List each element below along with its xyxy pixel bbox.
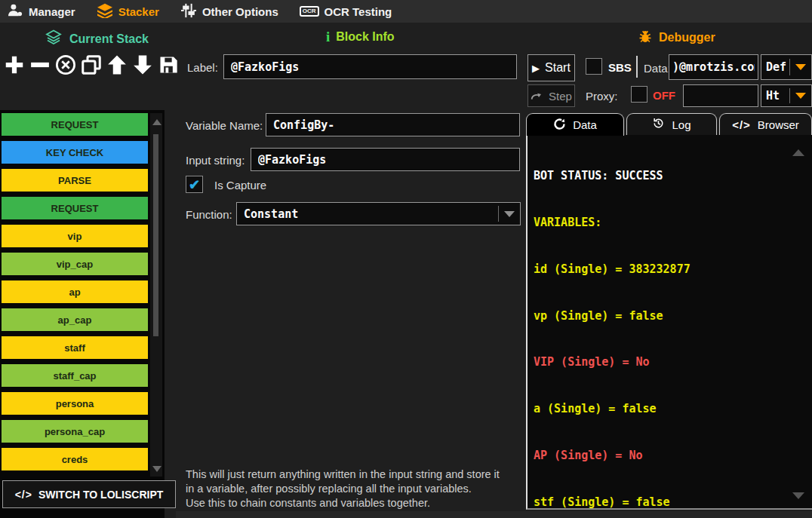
arrow-down-icon (131, 54, 154, 79)
wordlist-type-value: Def (761, 60, 789, 74)
move-up-button[interactable] (104, 51, 129, 81)
variable-name-label: Variable Name: (186, 119, 263, 132)
clear-stack-button[interactable] (53, 51, 78, 81)
data-label: Data: (644, 62, 671, 75)
sbs-label: SBS (608, 61, 632, 74)
move-down-button[interactable] (130, 51, 155, 81)
variable-name-input[interactable] (266, 113, 520, 136)
stack-block-list: REQUEST KEY CHECK PARSE REQUEST vip vip_… (0, 113, 148, 476)
menu-item-label: Stacker (118, 5, 159, 18)
stack-block[interactable]: staff (2, 336, 148, 359)
stack-panel: REQUEST KEY CHECK PARSE REQUEST vip vip_… (0, 110, 165, 518)
tab-label: Log (672, 118, 691, 131)
bug-icon (638, 29, 653, 47)
function-select-value: Constant (237, 207, 498, 221)
remove-block-button[interactable] (27, 51, 52, 81)
current-stack-title: Current Stack (69, 32, 149, 46)
copy-icon (80, 54, 103, 79)
stack-block[interactable]: REQUEST (2, 197, 148, 219)
start-button[interactable]: ▶ Start (527, 54, 575, 81)
menu-item-other-options[interactable]: Other Options (180, 3, 278, 20)
current-stack-header: Current Stack (44, 29, 149, 50)
debugger-title: Debugger (659, 31, 715, 44)
log-line: BOT STATUS: SUCCESS (534, 168, 812, 184)
stack-block[interactable]: PARSE (2, 169, 148, 192)
sbs-checkbox[interactable] (586, 58, 602, 75)
is-capture-label: Is Capture (214, 179, 266, 192)
check-icon: ✔ (189, 178, 200, 192)
scroll-up-arrow-icon[interactable] (152, 119, 161, 125)
switch-to-loliscript-button[interactable]: </> SWITCH TO LOLISCRIPT (2, 480, 176, 508)
chevron-down-icon (499, 211, 520, 217)
tab-browser[interactable]: </> Browser (719, 113, 812, 135)
tab-log[interactable]: Log (626, 113, 717, 135)
minus-icon (29, 54, 51, 79)
log-scroll-up-icon[interactable] (792, 149, 804, 156)
proxy-label: Proxy: (586, 90, 618, 103)
floppy-save-icon (158, 54, 179, 78)
stack-block[interactable]: vip_cap (2, 253, 148, 275)
debugger-header: Debugger (638, 29, 715, 47)
block-info-header: i Block Info (326, 29, 395, 45)
stack-block[interactable]: persona (2, 392, 148, 415)
function-select[interactable]: Constant (236, 202, 521, 225)
log-line: id (Single) = 383232877 (534, 262, 812, 277)
tab-data[interactable]: Data (526, 113, 624, 136)
description-line: in a variable, after possibly replacing … (186, 482, 500, 496)
proxy-status: OFF (653, 89, 675, 102)
switch-button-label: SWITCH TO LOLISCRIPT (38, 489, 163, 501)
scrollbar-thumb[interactable] (153, 134, 158, 336)
add-block-button[interactable] (2, 51, 26, 81)
menu-item-ocr-testing[interactable]: OCR OCR Testing (300, 5, 392, 18)
circle-x-icon (54, 54, 77, 79)
stack-block[interactable]: KEY CHECK (2, 141, 148, 164)
tab-label: Data (573, 118, 597, 131)
menu-item-label: Manager (29, 5, 75, 18)
description-line: This will just return anything written i… (186, 467, 500, 482)
stack-block[interactable]: vip (2, 225, 148, 247)
save-config-button[interactable] (155, 51, 180, 81)
stack-block[interactable]: persona_cap (2, 420, 148, 443)
wordlist-type-select[interactable]: Def (761, 54, 812, 80)
arrow-up-icon (106, 54, 128, 79)
refresh-circle-icon (553, 118, 566, 133)
log-line: stf (Single) = false (534, 495, 812, 510)
stack-block[interactable]: creds (2, 448, 148, 470)
stack-block[interactable]: ap (2, 280, 148, 303)
input-string-label: Input string: (186, 154, 245, 167)
log-line: a (Single) = false (534, 401, 812, 417)
stack-scrollbar[interactable] (150, 113, 162, 477)
proxy-input[interactable] (683, 84, 758, 107)
menu-item-manager[interactable]: Manager (8, 3, 75, 20)
menu-item-stacker[interactable]: Stacker (97, 3, 159, 20)
layers-diamond-icon (44, 29, 63, 50)
data-input[interactable] (669, 54, 758, 80)
code-icon: </> (732, 118, 751, 131)
proxy-type-select[interactable]: Ht (761, 84, 812, 107)
function-label: Function: (186, 208, 232, 221)
start-button-label: Start (545, 61, 571, 75)
stack-block[interactable]: staff_cap (2, 364, 148, 387)
proxy-type-value: Ht (761, 89, 789, 103)
stack-block[interactable]: REQUEST (2, 113, 148, 136)
is-capture-checkbox[interactable]: ✔ (186, 176, 203, 193)
block-info-title: Block Info (336, 30, 394, 44)
step-button[interactable]: Step (527, 84, 575, 107)
person-gear-icon (8, 3, 23, 20)
label-input[interactable] (223, 54, 517, 79)
openbullet-stacker-window: Manager Stacker Other Options OCR OCR Te… (0, 0, 812, 518)
input-string-input[interactable] (251, 148, 520, 171)
top-menu-bar: Manager Stacker Other Options OCR OCR Te… (0, 0, 812, 23)
stack-block[interactable]: ap_cap (2, 308, 148, 331)
clone-block-button[interactable] (78, 51, 103, 81)
bottom-strip (176, 511, 812, 518)
log-scroll-down-icon[interactable] (792, 492, 804, 499)
proxy-checkbox[interactable] (631, 86, 647, 103)
description-line: Use this to chain constants and variable… (186, 496, 500, 510)
tab-label: Browser (758, 118, 799, 131)
scroll-down-arrow-icon[interactable] (152, 466, 161, 472)
step-button-label: Step (549, 90, 572, 103)
menu-item-label: Other Options (202, 5, 278, 18)
debugger-data-output[interactable]: BOT STATUS: SUCCESS VARIABLES: id (Singl… (526, 135, 812, 510)
log-line: VARIABLES: (534, 215, 812, 231)
